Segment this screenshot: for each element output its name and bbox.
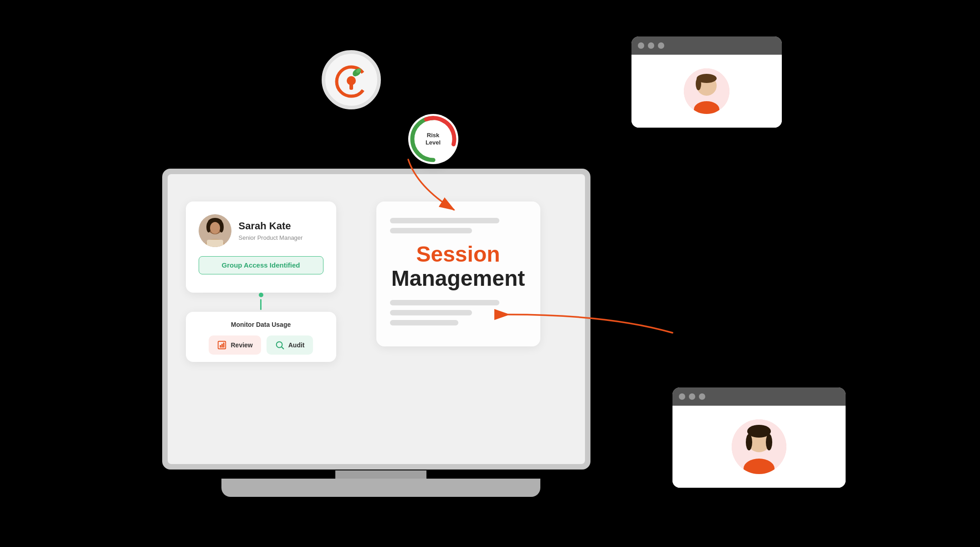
risk-label: Risk Level: [426, 132, 441, 146]
monitor-buttons: Review Audit: [195, 335, 327, 355]
connector-line: [260, 299, 262, 310]
browser-window-top: [631, 36, 782, 128]
audit-icon: [275, 340, 285, 350]
risk-line1: Risk: [426, 132, 441, 139]
svg-rect-12: [207, 240, 223, 247]
svg-point-29: [766, 434, 772, 450]
svg-point-28: [746, 434, 752, 450]
group-access-badge: Group Access Identified: [199, 256, 323, 274]
app-logo: [322, 50, 381, 109]
audit-button[interactable]: Audit: [267, 335, 313, 355]
browser-titlebar-bottom: [672, 387, 846, 406]
browser-dot-b3: [699, 393, 705, 400]
line-medium-2: [390, 310, 472, 315]
browser-dot-1: [638, 42, 644, 49]
svg-rect-16: [223, 343, 225, 348]
connector-dot-top: [259, 293, 263, 297]
profile-header: Sarah Kate Senior Product Manager: [199, 214, 323, 247]
avatar: [199, 214, 231, 247]
svg-rect-2: [349, 83, 353, 90]
svg-rect-15: [222, 344, 223, 347]
svg-line-18: [282, 347, 283, 349]
session-title: Session Management: [390, 243, 527, 291]
logo-icon: [333, 62, 369, 98]
svg-point-23: [696, 77, 701, 90]
left-section: Sarah Kate Senior Product Manager Group …: [186, 192, 336, 362]
sarah-avatar-svg: [199, 214, 231, 247]
profile-name: Sarah Kate: [239, 220, 303, 232]
user-avatar-male: [684, 68, 729, 114]
risk-line2: Level: [426, 139, 441, 146]
review-icon: [217, 340, 227, 350]
browser-content-top: [631, 55, 782, 128]
male-avatar-svg: [684, 68, 729, 114]
laptop-base: [221, 479, 540, 497]
profile-info: Sarah Kate Senior Product Manager: [239, 220, 303, 241]
arrow-session-to-browser: [472, 287, 700, 378]
audit-label: Audit: [288, 341, 305, 349]
profile-title: Senior Product Manager: [239, 234, 303, 241]
arrow-risk-to-session: [381, 150, 499, 242]
browser-dot-b2: [689, 393, 695, 400]
svg-rect-14: [220, 345, 221, 348]
scene: Sarah Kate Senior Product Manager Group …: [126, 23, 855, 524]
profile-card: Sarah Kate Senior Product Manager Group …: [186, 201, 336, 293]
risk-badge: Risk Level: [408, 114, 458, 164]
monitor-title: Monitor Data Usage: [195, 321, 327, 328]
female-avatar-svg: [732, 419, 786, 474]
group-access-text: Group Access Identified: [222, 261, 300, 269]
session-title-top: Session: [390, 243, 527, 267]
browser-dot-b1: [679, 393, 685, 400]
browser-dot-3: [658, 42, 664, 49]
browser-content-bottom: [672, 406, 846, 488]
review-button[interactable]: Review: [209, 335, 261, 355]
monitor-card: Monitor Data Usage Review: [186, 312, 336, 362]
browser-window-bottom: [672, 387, 846, 488]
browser-titlebar-top: [631, 36, 782, 55]
laptop-stand: [335, 470, 426, 480]
browser-dot-2: [648, 42, 654, 49]
review-label: Review: [231, 341, 252, 349]
line-short-1: [390, 320, 458, 325]
user-avatar-female: [732, 419, 786, 474]
svg-point-11: [210, 222, 220, 234]
